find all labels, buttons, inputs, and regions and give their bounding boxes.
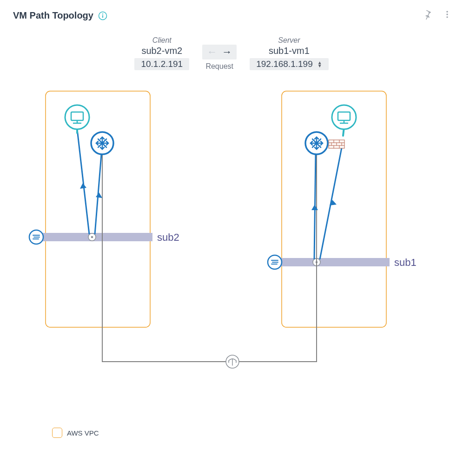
- server-ip-dropdown[interactable]: 192.168.1.199 ▲▼: [250, 58, 328, 70]
- path-left-backbone: [102, 153, 232, 362]
- direction-label: Request: [205, 62, 233, 71]
- vm-node-left[interactable]: [65, 105, 89, 129]
- firewall-icon[interactable]: [329, 140, 344, 148]
- kebab-icon[interactable]: [443, 10, 452, 21]
- junction-icon[interactable]: [226, 355, 239, 368]
- svg-rect-2: [102, 15, 103, 18]
- arrow-right-icon: →: [222, 46, 232, 58]
- vm-node-right[interactable]: [332, 105, 356, 129]
- server-role-label: Server: [278, 36, 300, 45]
- flow-left-down-arrow: [80, 183, 86, 189]
- svg-point-5: [446, 16, 448, 18]
- svg-point-1: [102, 13, 103, 14]
- legend-swatch-aws-vpc: [52, 428, 62, 438]
- router-node-right[interactable]: [305, 132, 328, 154]
- flow-left-up-arrow: [96, 192, 102, 198]
- flow-left-down: [77, 129, 89, 234]
- client-ip: 10.1.2.191: [141, 59, 183, 69]
- subnet-bar-right: [278, 258, 390, 266]
- legend-label-aws-vpc: AWS VPC: [67, 429, 99, 437]
- client-ip-chip: 10.1.2.191: [134, 58, 189, 70]
- panel-title: VM Path Topology: [13, 10, 107, 21]
- subnet-label-left: sub2: [157, 231, 179, 243]
- subnet-bar-left: [41, 233, 152, 241]
- panel-actions: [422, 9, 452, 21]
- topology-diagram: sub2 sub1: [0, 78, 463, 403]
- subnet-badge-right[interactable]: [268, 255, 282, 269]
- endpoint-summary: Client sub2-vm2 10.1.2.191 ← → Request S…: [0, 36, 463, 71]
- sort-icon: ▲▼: [317, 61, 322, 67]
- vpc-right-box: [282, 91, 386, 327]
- client-hostname: sub2-vm2: [141, 46, 182, 56]
- server-hostname: sub1-vm1: [269, 46, 310, 56]
- client-endpoint: Client sub2-vm2 10.1.2.191: [134, 36, 189, 70]
- svg-point-4: [446, 13, 448, 15]
- client-role-label: Client: [152, 36, 172, 45]
- svg-point-36: [91, 236, 93, 238]
- svg-point-3: [446, 11, 448, 13]
- subnet-badge-left[interactable]: [29, 230, 43, 244]
- arrow-left-icon: ←: [207, 46, 217, 58]
- panel-title-text: VM Path Topology: [13, 10, 93, 21]
- server-ip: 192.168.1.199: [256, 59, 313, 69]
- vm-path-topology-panel: VM Path Topology Client sub2-vm2 10: [0, 0, 463, 476]
- subnet-label-right: sub1: [394, 257, 417, 268]
- subnet-dot-left: [88, 233, 96, 241]
- direction-toggle[interactable]: ← → Request: [202, 45, 237, 71]
- vpc-left-box: [46, 91, 150, 327]
- legend: AWS VPC: [52, 428, 99, 438]
- info-icon[interactable]: [98, 11, 107, 20]
- server-endpoint: Server sub1-vm1 192.168.1.199 ▲▼: [250, 36, 328, 70]
- router-node-left[interactable]: [91, 132, 113, 154]
- pin-icon[interactable]: [422, 9, 432, 21]
